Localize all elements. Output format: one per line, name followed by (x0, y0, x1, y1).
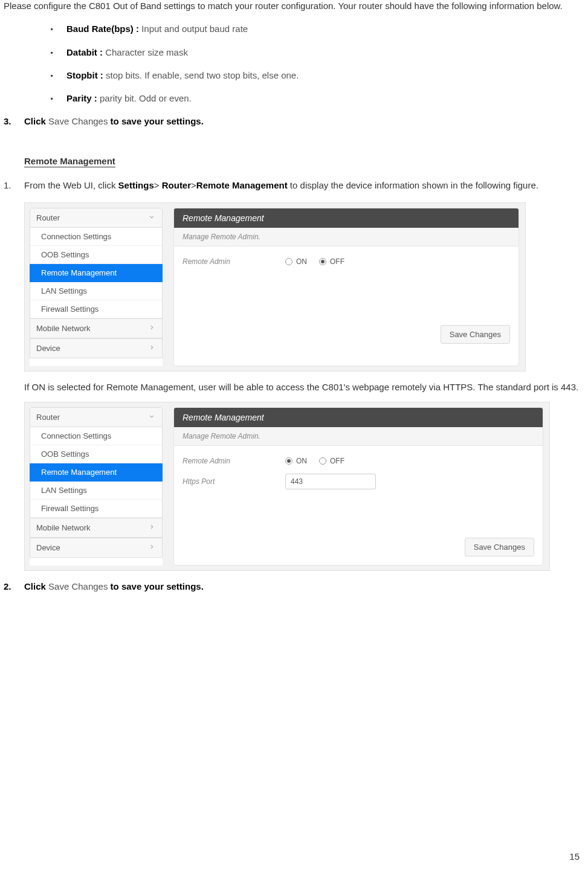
chevron-right-icon (147, 543, 156, 553)
sidebar-item-mobile-network[interactable]: Mobile Network (30, 318, 163, 338)
step-3: 3. Click Save Changes to save your setti… (4, 115, 584, 127)
step-b1: Settings (118, 180, 154, 190)
panel-title: Remote Management (174, 208, 519, 228)
step-number: 1. (4, 179, 11, 192)
bullet-desc: stop bits. If enable, send two stop bits… (106, 70, 299, 80)
step-text-gray: Save Changes (48, 581, 108, 591)
step-text-gray: Save Changes (48, 116, 108, 126)
step-sep1: > (154, 180, 162, 190)
sidebar-item-router[interactable]: Router (30, 407, 163, 427)
chevron-right-icon (147, 343, 156, 353)
panel-remote-management: Remote Management Manage Remote Admin. R… (173, 407, 543, 566)
radio-off-label: OFF (330, 257, 344, 266)
chevron-right-icon (147, 523, 156, 533)
oob-settings-list: Baud Rate(bps) : Input and output baud r… (4, 23, 584, 105)
panel-title: Remote Management (174, 408, 543, 427)
bullet-desc: parity bit. Odd or even. (100, 93, 192, 103)
step-text-post: to display the device information shown … (288, 180, 538, 190)
bullet-label: Parity : (66, 93, 100, 103)
sidebar-nav: Router Connection Settings OOB Settings … (30, 407, 163, 566)
step-text-post: to save your settings. (108, 116, 203, 126)
step-b2: Router (162, 180, 191, 190)
sidebar-item-label: Router (36, 213, 60, 222)
sidebar-item-oob-settings[interactable]: OOB Settings (30, 246, 163, 264)
sidebar-item-oob-settings[interactable]: OOB Settings (30, 445, 163, 463)
https-port-input[interactable] (285, 474, 376, 489)
figure-remote-management-off: Router Connection Settings OOB Settings … (24, 202, 526, 372)
step-b3: Remote Management (196, 180, 288, 190)
field-label: Remote Admin (183, 457, 285, 465)
bullet-baud-rate: Baud Rate(bps) : Input and output baud r… (51, 23, 584, 35)
field-label: Https Port (183, 477, 285, 486)
sidebar-item-lan-settings[interactable]: LAN Settings (30, 282, 163, 300)
sidebar-item-label: Device (36, 543, 60, 552)
sidebar-item-router[interactable]: Router (30, 208, 163, 228)
sidebar-item-label: Device (36, 344, 60, 353)
bullet-databit: Databit : Character size mask (51, 47, 584, 59)
step-text-post: to save your settings. (108, 581, 203, 591)
step-number: 3. (4, 115, 11, 127)
field-remote-admin: Remote Admin ON OFF (183, 257, 510, 266)
sidebar-item-remote-management[interactable]: Remote Management (30, 264, 163, 282)
save-changes-button[interactable]: Save Changes (441, 325, 510, 344)
bullet-stopbit: Stopbit : stop bits. If enable, send two… (51, 69, 584, 82)
step-number: 2. (4, 581, 11, 593)
radio-on-label: ON (296, 257, 307, 266)
sidebar-item-connection-settings[interactable]: Connection Settings (30, 228, 163, 246)
step-sep2: > (191, 180, 196, 190)
sidebar-nav: Router Connection Settings OOB Settings … (30, 208, 163, 366)
radio-off[interactable] (319, 457, 326, 465)
figure-remote-management-on: Router Connection Settings OOB Settings … (24, 402, 550, 571)
bullet-label: Baud Rate(bps) : (66, 24, 141, 34)
sidebar-item-mobile-network[interactable]: Mobile Network (30, 518, 163, 538)
panel-remote-management: Remote Management Manage Remote Admin. R… (173, 208, 519, 366)
radio-off-label: OFF (330, 457, 344, 465)
step-1: 1. From the Web UI, click Settings> Rout… (4, 179, 584, 192)
chevron-down-icon (147, 213, 156, 223)
bullet-desc: Character size mask (105, 47, 188, 57)
sidebar-item-firewall-settings[interactable]: Firewall Settings (30, 300, 163, 318)
sidebar-item-label: Mobile Network (36, 324, 91, 333)
sidebar-item-device[interactable]: Device (30, 338, 163, 358)
chevron-right-icon (147, 323, 156, 334)
field-https-port: Https Port (183, 474, 534, 489)
radio-off[interactable] (319, 258, 326, 265)
radio-on[interactable] (285, 457, 292, 465)
panel-subtitle: Manage Remote Admin. (174, 228, 519, 246)
step-2: 2. Click Save Changes to save your setti… (4, 581, 584, 593)
field-label: Remote Admin (183, 257, 285, 266)
step-text-pre: From the Web UI, click (24, 180, 118, 190)
field-remote-admin: Remote Admin ON OFF (183, 457, 534, 465)
sidebar-item-label: Router (36, 413, 60, 422)
sidebar-item-device[interactable]: Device (30, 538, 163, 558)
bullet-label: Databit : (66, 47, 105, 57)
chevron-down-icon (147, 412, 156, 422)
sidebar-item-connection-settings[interactable]: Connection Settings (30, 427, 163, 445)
sidebar-item-remote-management[interactable]: Remote Management (30, 463, 163, 482)
radio-on[interactable] (285, 258, 292, 265)
radio-on-label: ON (296, 457, 307, 465)
after-figure-1-text: If ON is selected for Remote Management,… (24, 381, 584, 393)
bullet-parity: Parity : parity bit. Odd or even. (51, 92, 584, 105)
intro-text: Please configure the C801 Out of Band se… (4, 0, 584, 12)
bullet-desc: Input and output baud rate (141, 24, 248, 34)
sidebar-item-label: Mobile Network (36, 523, 91, 532)
save-changes-button[interactable]: Save Changes (465, 538, 534, 556)
step-text-pre: Click (24, 581, 48, 591)
bullet-label: Stopbit : (66, 70, 106, 80)
panel-subtitle: Manage Remote Admin. (174, 427, 543, 446)
sidebar-item-firewall-settings[interactable]: Firewall Settings (30, 500, 163, 518)
section-heading-remote-management: Remote Management (24, 156, 115, 167)
sidebar-item-lan-settings[interactable]: LAN Settings (30, 482, 163, 500)
step-text-pre: Click (24, 116, 48, 126)
